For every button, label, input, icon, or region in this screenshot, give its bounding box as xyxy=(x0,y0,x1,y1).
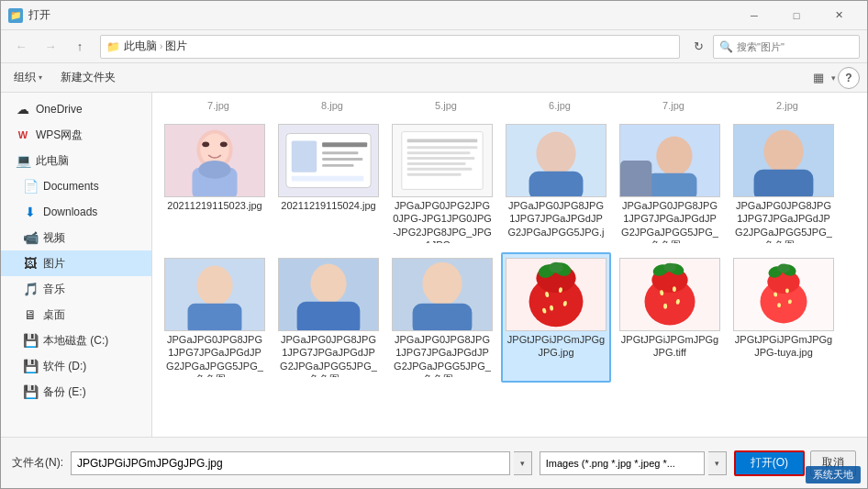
path-part-thispc: 此电脑 xyxy=(124,39,157,54)
sidebar-label-wps: WPS网盘 xyxy=(36,128,83,143)
title-bar-left: 📁 打开 xyxy=(8,7,50,23)
file-name-2: 20211219115024.jpg xyxy=(281,199,375,212)
svg-rect-29 xyxy=(647,173,696,197)
svg-point-68 xyxy=(785,289,789,294)
file-item-11[interactable]: JPGtJPGiJPGmJPGgJPG.tiff xyxy=(615,252,725,383)
sidebar: ☁ OneDrive W WPS网盘 💻 此电脑 📄 Documents ⬇ D… xyxy=(1,93,152,437)
file-item-12[interactable]: JPGtJPGiJPGmJPGgJPG-tuya.jpg xyxy=(729,252,839,383)
file-item-9[interactable]: JPGaJPG0JPG8JPG1JPG7JPGaJPGdJPG2JPGaJPGG… xyxy=(387,252,497,383)
filename-dropdown-button[interactable]: ▾ xyxy=(514,451,532,475)
sidebar-item-desktop[interactable]: 🖥 桌面 xyxy=(1,302,151,328)
close-button[interactable]: ✕ xyxy=(818,1,860,30)
minimize-button[interactable]: ─ xyxy=(733,1,775,30)
top-filename-4: 6.jpg xyxy=(505,100,615,115)
sidebar-item-local-c[interactable]: 💾 本地磁盘 (C:) xyxy=(1,328,151,353)
svg-point-53 xyxy=(549,262,563,273)
music-icon: 🎵 xyxy=(23,282,38,296)
svg-rect-11 xyxy=(322,151,358,154)
file-item-1[interactable]: 20211219115023.jpg xyxy=(160,118,270,249)
thumbnail-image-5 xyxy=(620,124,719,197)
svg-rect-36 xyxy=(188,304,242,331)
sidebar-item-videos[interactable]: 📹 视频 xyxy=(1,225,151,250)
path-part-pictures: 图片 xyxy=(165,39,187,54)
filetype-container: ▾ xyxy=(540,451,727,475)
sidebar-item-onedrive[interactable]: ☁ OneDrive xyxy=(1,96,151,122)
file-item-8[interactable]: JPGaJPG0JPG8JPG1JPG7JPGaJPGdJPG2JPGaJPGG… xyxy=(273,252,384,383)
downloads-icon: ⬇ xyxy=(23,205,38,219)
pictures-icon: 🖼 xyxy=(23,256,38,271)
sidebar-label-documents: Documents xyxy=(43,180,99,193)
svg-point-59 xyxy=(663,304,667,309)
svg-rect-42 xyxy=(413,304,473,331)
window-controls: ─ □ ✕ xyxy=(733,1,860,30)
file-thumbnail-6 xyxy=(733,124,834,197)
sidebar-label-local-c: 本地磁盘 (C:) xyxy=(43,333,108,349)
file-item-3[interactable]: JPGaJPG0JPG2JPG0JPG-JPG1JPG0JPG-JPG2JPG8… xyxy=(387,118,497,249)
thumbnail-image-10 xyxy=(506,258,606,331)
file-item-6[interactable]: JPGaJPG0JPG8JPG1JPG7JPGaJPGdJPG2JPGaJPGG… xyxy=(729,118,839,249)
open-button[interactable]: 打开(O) xyxy=(734,450,805,476)
filetype-dropdown-button[interactable]: ▾ xyxy=(708,451,727,475)
refresh-button[interactable]: ↻ xyxy=(687,36,709,58)
file-item-4[interactable]: JPGaJPG0JPG8JPG1JPG7JPGaJPGdJPG2JPGaJPGG… xyxy=(501,118,611,249)
file-thumbnail-3 xyxy=(392,124,493,197)
new-folder-button[interactable]: 新建文件夹 xyxy=(55,67,121,89)
file-name-3: JPGaJPG0JPG2JPG0JPG-JPG1JPG0JPG-JPG2JPG8… xyxy=(393,199,492,243)
top-filename-5: 7.jpg xyxy=(618,100,729,115)
file-thumbnail-2 xyxy=(278,124,379,197)
sidebar-item-thispc[interactable]: 💻 此电脑 xyxy=(1,148,151,173)
svg-point-28 xyxy=(656,136,692,175)
forward-button[interactable]: → xyxy=(38,36,63,58)
organize-button[interactable]: 组织 ▾ xyxy=(8,67,48,89)
thumbnail-image-12 xyxy=(734,258,833,331)
main-area: ☁ OneDrive W WPS网盘 💻 此电脑 📄 Documents ⬇ D… xyxy=(1,93,867,437)
svg-rect-17 xyxy=(407,139,478,142)
thumbnail-image-3 xyxy=(393,124,492,197)
sidebar-item-backup-e[interactable]: 💾 备份 (E:) xyxy=(1,379,151,405)
search-bar[interactable]: 🔍 xyxy=(713,35,860,59)
help-button[interactable]: ? xyxy=(838,67,860,89)
sidebar-item-documents[interactable]: 📄 Documents xyxy=(1,173,151,199)
file-thumbnail-12 xyxy=(733,258,834,331)
sidebar-item-wps[interactable]: W WPS网盘 xyxy=(1,122,151,148)
svg-point-73 xyxy=(777,264,790,273)
svg-rect-23 xyxy=(407,173,462,176)
back-button[interactable]: ← xyxy=(8,36,34,58)
view-toggle-button[interactable]: ▦ xyxy=(807,67,829,89)
svg-point-69 xyxy=(777,303,781,307)
sidebar-item-pictures[interactable]: 🖼 图片 xyxy=(1,250,151,276)
file-grid: 20211219115023.jpg xyxy=(160,118,860,383)
address-bar[interactable]: 📁 此电脑 › 图片 xyxy=(100,35,680,59)
documents-icon: 📄 xyxy=(23,179,38,194)
sidebar-item-downloads[interactable]: ⬇ Downloads xyxy=(1,199,151,225)
search-input[interactable] xyxy=(737,41,863,52)
svg-rect-10 xyxy=(322,142,367,147)
file-item-5[interactable]: JPGaJPG0JPG8JPG1JPG7JPGaJPGdJPG2JPGaJPGG… xyxy=(615,118,725,249)
window-icon: 📁 xyxy=(8,8,23,23)
file-item-7[interactable]: JPGaJPG0JPG8JPG1JPG7JPGaJPGdJPG2JPGaJPGG… xyxy=(160,252,270,383)
file-thumbnail-8 xyxy=(278,258,379,331)
file-item-10[interactable]: JPGtJPGiJPGmJPGgJPG.jpg xyxy=(501,252,611,383)
up-button[interactable]: ↑ xyxy=(67,36,93,58)
svg-point-5 xyxy=(202,141,209,147)
filename-input[interactable] xyxy=(71,451,510,475)
top-filename-6: 2.jpg xyxy=(732,100,842,115)
svg-rect-12 xyxy=(322,158,362,161)
top-filename-1: 7.jpg xyxy=(163,100,273,115)
file-name-1: 20211219115023.jpg xyxy=(167,199,262,212)
view-dropdown-arrow: ▾ xyxy=(831,73,836,83)
filetype-input[interactable] xyxy=(540,451,705,475)
file-area[interactable]: 7.jpg 8.jpg 5.jpg 6.jpg 7.jpg 2.jpg xyxy=(152,93,867,437)
title-bar: 📁 打开 ─ □ ✕ xyxy=(1,1,867,30)
maximize-button[interactable]: □ xyxy=(775,1,818,30)
address-path: 此电脑 › 图片 xyxy=(124,39,673,54)
sidebar-label-software-d: 软件 (D:) xyxy=(43,359,86,374)
sidebar-item-music[interactable]: 🎵 音乐 xyxy=(1,276,151,302)
file-thumbnail-10 xyxy=(506,258,606,331)
file-thumbnail-9 xyxy=(392,258,493,331)
sidebar-item-software-d[interactable]: 💾 软件 (D:) xyxy=(1,353,151,379)
search-icon: 🔍 xyxy=(719,40,733,53)
thispc-icon: 💻 xyxy=(16,153,30,168)
thumbnail-image-9 xyxy=(393,258,492,331)
file-item-2[interactable]: 20211219115024.jpg xyxy=(273,118,384,249)
